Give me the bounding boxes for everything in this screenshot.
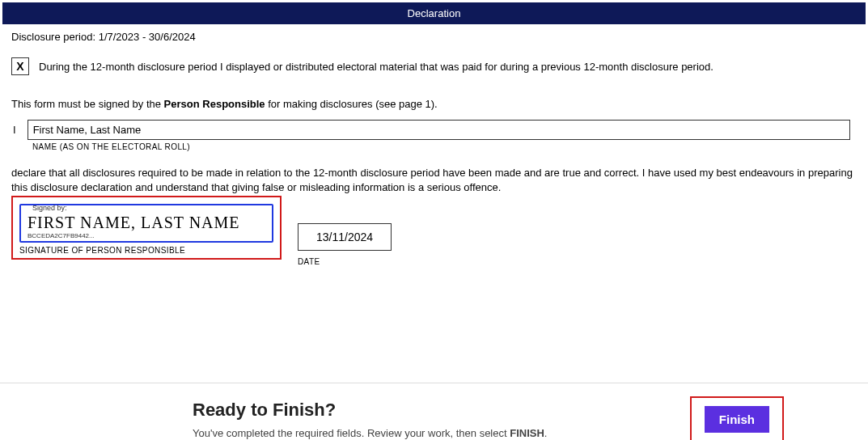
ready-subtitle: You've completed the required fields. Re… (193, 427, 547, 439)
sign-instruction-bold: Person Responsible (164, 98, 265, 110)
form-content: Disclosure period: 1/7/2023 - 30/6/2024 … (0, 31, 868, 269)
finish-text-block: Ready to Finish? You've completed the re… (19, 400, 547, 439)
ready-sub-suffix: . (544, 427, 548, 439)
checkbox-text: During the 12-month disclosure period I … (39, 61, 713, 73)
declaration-text: declare that all disclosures required to… (11, 166, 857, 194)
sign-instruction-prefix: This form must be signed by the (11, 98, 164, 110)
checkbox-row: X During the 12-month disclosure period … (11, 57, 857, 75)
ready-title: Ready to Finish? (193, 400, 547, 421)
signature-hash: BCCEDA2C7FB9442... (28, 232, 265, 239)
name-prefix: I (11, 124, 16, 136)
date-caption: DATE (298, 257, 392, 266)
name-row: I (11, 120, 857, 140)
ready-sub-prefix: You've completed the required fields. Re… (193, 427, 510, 439)
finish-button[interactable]: Finish (705, 406, 769, 433)
name-input[interactable] (28, 120, 850, 140)
disclosure-value: 1/7/2023 - 30/6/2024 (99, 31, 196, 43)
material-checkbox[interactable]: X (11, 57, 29, 75)
disclosure-label: Disclosure period: (11, 31, 95, 43)
name-caption: NAME (AS ON THE ELECTORAL ROLL) (32, 142, 857, 151)
signature-caption: SIGNATURE OF PERSON RESPONSIBLE (19, 246, 273, 255)
sign-instruction: This form must be signed by the Person R… (11, 98, 857, 110)
section-header: Declaration (2, 2, 866, 24)
docusign-signature-box[interactable]: Signed by: FIRST NAME, LAST NAME BCCEDA2… (19, 204, 273, 243)
signature-row: Signed by: FIRST NAME, LAST NAME BCCEDA2… (11, 196, 857, 269)
checkbox-mark: X (16, 60, 23, 73)
finish-bar: Ready to Finish? You've completed the re… (0, 383, 868, 440)
date-column: 13/11/2024 DATE (298, 196, 392, 269)
ready-sub-bold: FINISH (510, 427, 544, 439)
section-title: Declaration (408, 7, 461, 19)
signature-highlight: Signed by: FIRST NAME, LAST NAME BCCEDA2… (11, 196, 282, 260)
sign-instruction-suffix: for making disclosures (see page 1). (265, 98, 438, 110)
date-value: 13/11/2024 (298, 223, 392, 251)
disclosure-period: Disclosure period: 1/7/2023 - 30/6/2024 (11, 31, 857, 43)
signed-by-label: Signed by: (32, 204, 67, 212)
finish-highlight: Finish (690, 396, 784, 440)
